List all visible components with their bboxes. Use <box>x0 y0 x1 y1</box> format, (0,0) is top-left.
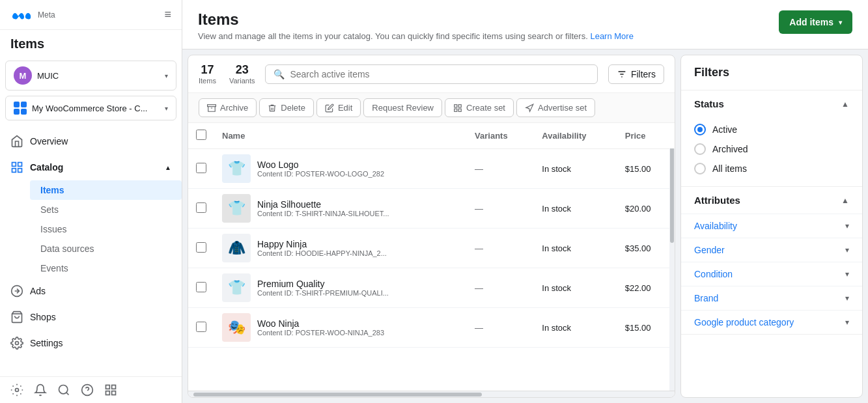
store-selector[interactable]: My WooCommerce Store - C... ▾ <box>5 96 176 120</box>
archived-label: Archived <box>712 144 748 154</box>
status-archived-option[interactable]: Archived <box>694 139 849 159</box>
attributes-section-header[interactable]: Attributes ▲ <box>681 187 862 214</box>
account-name: MUIC <box>37 71 160 81</box>
row-checkbox[interactable] <box>196 202 206 213</box>
advertise-set-button[interactable]: Advertise set <box>516 98 595 117</box>
price-cell: $22.00 <box>617 268 675 308</box>
page-title: Items <box>198 10 779 29</box>
sidebar-item-ads-label: Ads <box>30 286 46 296</box>
search-footer-icon[interactable] <box>57 383 70 396</box>
availability-column-header: Availability <box>534 123 617 149</box>
filter-attribute-chevron-icon: ▾ <box>845 294 849 303</box>
row-checkbox-cell <box>188 149 214 189</box>
attributes-section-title: Attributes <box>694 195 740 206</box>
items-count: 17 <box>199 63 216 77</box>
status-chevron-icon: ▲ <box>841 100 849 109</box>
item-thumbnail: 👕 <box>222 194 251 223</box>
item-content-id: Content ID: T-SHIRT-NINJA-SILHOUET... <box>257 210 389 217</box>
row-checkbox-cell <box>188 189 214 229</box>
status-active-option[interactable]: Active <box>694 120 849 139</box>
horizontal-scrollbar[interactable] <box>188 391 675 397</box>
sidebar-item-sets[interactable]: Sets <box>30 200 182 219</box>
filter-attribute-brand[interactable]: Brand ▾ <box>681 286 862 310</box>
create-set-button[interactable]: Create set <box>445 98 514 117</box>
archive-button[interactable]: Archive <box>199 98 257 117</box>
nav-section: Overview Catalog ▲ Items Sets Issues Dat… <box>0 123 182 361</box>
filter-attribute-gender[interactable]: Gender ▾ <box>681 238 862 262</box>
filters-button[interactable]: Filters <box>608 64 664 84</box>
row-checkbox[interactable] <box>196 242 206 253</box>
meta-logo: Meta <box>10 9 55 21</box>
row-checkbox[interactable] <box>196 322 206 332</box>
variants-cell: — <box>467 189 534 229</box>
sidebar-item-catalog[interactable]: Catalog ▲ <box>0 154 182 180</box>
sidebar-item-overview[interactable]: Overview <box>0 128 182 154</box>
grid-icon <box>14 102 27 115</box>
item-thumbnail: 👕 <box>222 273 251 302</box>
filter-attribute-label: Condition <box>694 269 733 279</box>
name-cell: 👕 Ninja Silhouette Content ID: T-SHIRT-N… <box>214 189 467 229</box>
sidebar-footer <box>0 376 182 403</box>
item-name: Woo Logo <box>257 160 384 170</box>
svg-rect-1 <box>18 163 22 167</box>
item-content-id: Content ID: HOODIE-HAPPY-NINJA_2... <box>257 249 387 257</box>
archive-icon <box>207 104 216 113</box>
delete-icon <box>268 104 277 113</box>
delete-button[interactable]: Delete <box>259 98 314 117</box>
scroll-thumb <box>670 136 674 243</box>
sidebar-item-catalog-label: Catalog <box>30 162 63 173</box>
row-checkbox[interactable] <box>196 163 206 173</box>
filter-attribute-condition[interactable]: Condition ▾ <box>681 262 862 286</box>
variants-cell: — <box>467 229 534 268</box>
page-title-area: Items View and manage all the items in y… <box>198 10 779 41</box>
vertical-scrollbar[interactable] <box>669 123 675 391</box>
svg-rect-12 <box>112 385 116 389</box>
bell-icon[interactable] <box>34 383 47 396</box>
account-selector[interactable]: M MUIC ▾ <box>5 61 176 90</box>
settings-footer-icon[interactable] <box>10 383 23 396</box>
price-cell: $35.00 <box>617 229 675 268</box>
item-thumbnail: 🧥 <box>222 234 251 262</box>
availability-cell: In stock <box>534 189 617 229</box>
filter-attribute-availability[interactable]: Availability ▾ <box>681 214 862 238</box>
help-icon[interactable] <box>81 383 94 396</box>
main-content: Items View and manage all the items in y… <box>182 0 868 403</box>
select-all-checkbox[interactable] <box>196 130 206 140</box>
edit-button[interactable]: Edit <box>316 98 361 117</box>
request-review-button[interactable]: Request Review <box>363 98 442 117</box>
item-content-id: Content ID: T-SHIRT-PREMIUM-QUALI... <box>257 289 389 297</box>
search-stats-bar: 17 Items 23 Variants 🔍 Filters <box>188 55 675 93</box>
sidebar-item-ads[interactable]: Ads <box>0 278 182 304</box>
add-items-chevron-icon: ▾ <box>839 19 842 26</box>
svg-line-9 <box>66 393 69 395</box>
row-checkbox-cell <box>188 268 214 308</box>
sidebar-item-settings[interactable]: Settings <box>0 330 182 356</box>
price-column-header: Price <box>617 123 675 149</box>
filter-attribute-label: Gender <box>694 245 725 255</box>
variants-count: 23 <box>229 63 255 77</box>
sidebar-item-shops-label: Shops <box>30 312 56 322</box>
sidebar-item-shops[interactable]: Shops <box>0 304 182 330</box>
items-stat: 17 Items <box>199 63 216 85</box>
status-section-header[interactable]: Status ▲ <box>681 90 862 117</box>
item-name: Ninja Silhouette <box>257 199 389 210</box>
learn-more-link[interactable]: Learn More <box>590 31 633 41</box>
item-content-id: Content ID: POSTER-WOO-NINJA_283 <box>257 329 384 337</box>
table-row: 👕 Premium Quality Content ID: T-SHIRT-PR… <box>188 268 675 308</box>
filter-attribute-google-product-category[interactable]: Google product category ▾ <box>681 310 862 334</box>
sidebar-item-items[interactable]: Items <box>30 180 182 200</box>
status-all-option[interactable]: All items <box>694 159 849 178</box>
hamburger-menu[interactable]: ≡ <box>164 8 171 21</box>
sidebar-item-events[interactable]: Events <box>30 258 182 278</box>
filter-attribute-chevron-icon: ▾ <box>845 221 849 230</box>
add-items-button[interactable]: Add items ▾ <box>779 10 852 34</box>
sidebar-item-data-sources[interactable]: Data sources <box>30 239 182 258</box>
search-input[interactable] <box>290 69 589 79</box>
svg-rect-21 <box>458 104 461 107</box>
row-checkbox[interactable] <box>196 282 206 292</box>
edit-icon <box>325 104 334 113</box>
grid-footer-icon[interactable] <box>104 383 117 396</box>
item-name: Premium Quality <box>257 279 389 289</box>
svg-rect-13 <box>106 391 110 395</box>
sidebar-item-issues[interactable]: Issues <box>30 219 182 239</box>
